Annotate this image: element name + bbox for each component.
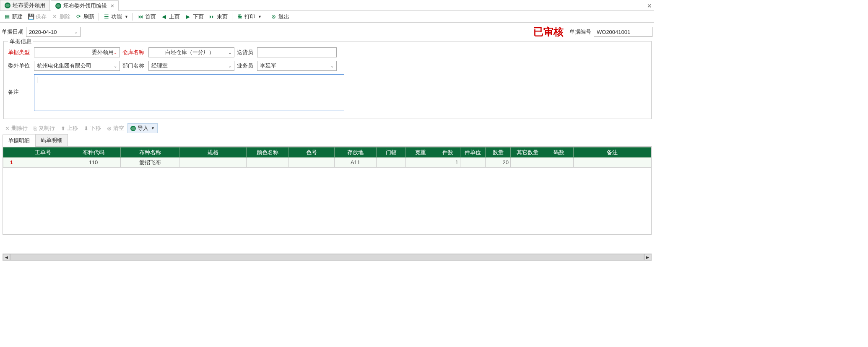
next-button[interactable]: ▶ 下页: [183, 12, 206, 22]
warehouse-value: 白坯仓库（一分厂）: [151, 49, 228, 56]
exit-icon: ⊗: [270, 13, 277, 20]
remark-label: 备注: [8, 88, 31, 96]
dept-label: 部门名称: [122, 62, 146, 70]
outunit-value: 杭州电化集团有限公司: [37, 62, 114, 70]
docno-label: 单据编号: [569, 28, 591, 36]
save-button: 💾 保存: [26, 12, 49, 22]
scroll-track[interactable]: [10, 254, 644, 260]
first-button[interactable]: ⏮ 首页: [135, 12, 158, 22]
col-yard[interactable]: 码数: [544, 148, 574, 158]
biz-value: 李延军: [260, 62, 330, 70]
separator: [232, 13, 232, 21]
delete-icon: ✕: [5, 125, 10, 132]
col-qty[interactable]: 数量: [486, 148, 511, 158]
close-icon[interactable]: ×: [111, 3, 114, 9]
rownum: 1: [3, 158, 20, 168]
col-width[interactable]: 门幅: [377, 148, 406, 158]
cell-pcs[interactable]: 1: [435, 158, 460, 168]
col-code[interactable]: 布种代码: [66, 148, 121, 158]
print-icon: 🖶: [236, 13, 243, 20]
detail-grid: 工单号 布种代码 布种名称 规格 颜色名称 色号 存放地 门幅 克重 件数 件单…: [3, 147, 652, 235]
cell-width[interactable]: [377, 158, 406, 168]
outunit-label: 委外单位: [8, 62, 31, 70]
cell-yard[interactable]: [544, 158, 574, 168]
col-spec[interactable]: 规格: [179, 148, 247, 158]
cell-workno[interactable]: [20, 158, 66, 168]
globe-icon: [130, 126, 136, 131]
cell-loc[interactable]: A11: [335, 158, 377, 168]
cell-name[interactable]: 爱招飞布: [121, 158, 179, 168]
fieldset-legend: 单据信息: [8, 38, 33, 45]
header-info: 单据日期 2020-04-10 ⌄ 已审核 单据编号 WO20041001: [0, 23, 654, 41]
col-remark[interactable]: 备注: [574, 148, 651, 158]
warehouse-select[interactable]: 白坯仓库（一分厂） ⌄: [148, 47, 234, 57]
cell-gweight[interactable]: [406, 158, 435, 168]
tab-label: 坯布委外领用编辑: [63, 2, 107, 10]
dept-value: 经理室: [151, 62, 228, 70]
type-select[interactable]: 委外领用 ⌄: [34, 47, 120, 57]
new-button[interactable]: ▤ 新建: [2, 12, 25, 22]
close-all-icon[interactable]: ×: [647, 2, 652, 10]
date-value: 2020-04-10: [29, 29, 57, 35]
outunit-select[interactable]: 杭州电化集团有限公司 ⌄: [34, 61, 120, 71]
exit-button[interactable]: ⊗ 退出: [268, 12, 291, 22]
col-otherqty[interactable]: 其它数量: [511, 148, 544, 158]
chevron-down-icon: ▼: [151, 126, 155, 130]
row-toolbar: ✕ 删除行 ⎘ 复制行 ⬆ 上移 ⬇ 下移 ⊗ 清空 导入 ▼: [0, 122, 654, 134]
chevron-down-icon: ⌄: [330, 64, 334, 68]
type-value: 委外领用: [37, 49, 114, 56]
cell-colorname[interactable]: [247, 158, 288, 168]
tab-edit[interactable]: 坯布委外领用编辑 ×: [51, 0, 119, 11]
import-button[interactable]: 导入 ▼: [127, 123, 158, 133]
cell-colorno[interactable]: [288, 158, 335, 168]
delete-button: ✕ 删除: [49, 12, 73, 22]
biz-select[interactable]: 李延军 ⌄: [257, 61, 337, 71]
globe-icon: [55, 3, 61, 9]
cell-remark[interactable]: [574, 158, 651, 168]
save-icon: 💾: [28, 13, 34, 20]
chevron-down-icon: ⌄: [74, 30, 78, 34]
tab-list[interactable]: 坯布委外领用: [0, 0, 50, 10]
cell-code[interactable]: 110: [66, 158, 121, 168]
docno-field[interactable]: WO20041001: [594, 27, 652, 37]
cell-qty[interactable]: 20: [486, 158, 511, 168]
func-button[interactable]: ☰ 功能 ▼: [101, 12, 130, 22]
scroll-right-icon[interactable]: ▶: [644, 254, 651, 260]
tab-label: 坯布委外领用: [13, 2, 45, 9]
col-loc[interactable]: 存放地: [335, 148, 377, 158]
up-icon: ⬆: [61, 125, 65, 132]
tab-doc-detail[interactable]: 单据明细: [3, 135, 35, 147]
prev-button[interactable]: ◀ 上页: [159, 12, 182, 22]
scroll-thumb[interactable]: [10, 254, 644, 260]
cell-spec[interactable]: [179, 158, 247, 168]
refresh-button[interactable]: ⟳ 刷新: [73, 12, 96, 22]
col-colorno[interactable]: 色号: [288, 148, 335, 158]
audited-stamp: 已审核: [533, 25, 564, 39]
last-button[interactable]: ⏭ 末页: [207, 12, 230, 22]
tab-code-detail[interactable]: 码单明细: [35, 134, 68, 146]
horizontal-scrollbar[interactable]: ◀ ▶: [3, 254, 652, 261]
copy-row-button: ⎘ 复制行: [31, 123, 57, 133]
col-workno[interactable]: 工单号: [20, 148, 66, 158]
move-down-button: ⬇ 下移: [81, 123, 104, 133]
sender-label: 送货员: [237, 49, 255, 56]
col-gweight[interactable]: 克重: [406, 148, 435, 158]
cell-pcsunit[interactable]: [460, 158, 486, 168]
col-pcsunit[interactable]: 件单位: [460, 148, 486, 158]
delete-row-button: ✕ 删除行: [3, 123, 30, 133]
separator: [133, 13, 133, 21]
list-icon: ☰: [103, 13, 109, 20]
last-icon: ⏭: [209, 13, 215, 20]
col-name[interactable]: 布种名称: [121, 148, 179, 158]
dept-select[interactable]: 经理室 ⌄: [148, 61, 234, 71]
sender-input[interactable]: [257, 47, 337, 57]
print-button[interactable]: 🖶 打印 ▼: [234, 12, 264, 22]
cell-otherqty[interactable]: [511, 158, 544, 168]
date-field[interactable]: 2020-04-10 ⌄: [26, 27, 81, 37]
scroll-left-icon[interactable]: ◀: [3, 254, 10, 260]
col-colorname[interactable]: 颜色名称: [247, 148, 288, 158]
separator: [266, 13, 266, 21]
col-pcs[interactable]: 件数: [435, 148, 460, 158]
remark-textarea[interactable]: [34, 74, 344, 111]
table-row[interactable]: 1 110 爱招飞布 A11 1 20: [3, 158, 651, 168]
